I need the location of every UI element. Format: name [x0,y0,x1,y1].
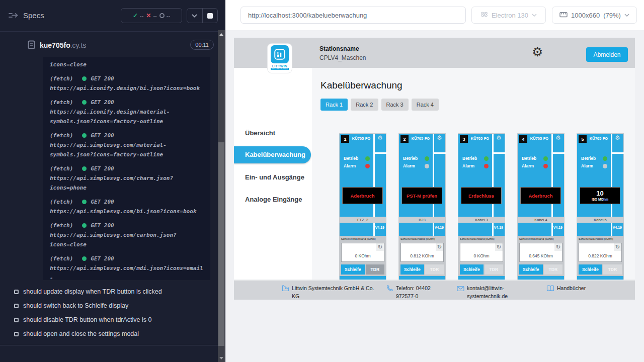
resistance-panel: Schleifenwiderstand [kOhm]↻0 KOhmSchleif… [340,236,386,276]
device-model: KÜ705-FO [528,136,551,141]
check-icon: ✓ [133,12,138,19]
sidebar-item-1[interactable]: Übersicht [234,129,311,138]
schleife-button[interactable]: Schleife [341,264,365,275]
log-entry: (fetch)GET 200https://api.simplesvg.com/… [50,254,204,280]
tab-rack-3[interactable]: Rack 3 [381,99,409,111]
tab-rack-4[interactable]: Rack 4 [412,99,439,111]
log-entry: (fetch)GET 200https://api.simplesvg.com/… [50,164,204,193]
rack-tabs: Rack 1Rack 2Rack 3Rack 4 [320,99,439,111]
app-footer: Littwin Systemtechnik GmbH & Co. KGTelef… [234,280,635,300]
device-model: KÜ705-FO [350,136,373,141]
browser-select[interactable]: Electron 130 [471,7,546,24]
fetch-label: (fetch) [50,221,73,230]
device-number: 3 [460,135,468,143]
resistance-panel: Schleifenwiderstand [kOhm]↻0.812 KOhmSch… [399,236,445,276]
sidebar-item-2[interactable]: Kabelüberwachung [234,146,311,163]
http-status: GET 200 [91,131,114,140]
resistance-value: 0.822 KOhm [579,253,621,258]
led-row-alarm: Alarm [462,163,489,168]
sidebar-item-4[interactable]: Analoge Eingänge [234,195,311,204]
refresh-icon[interactable]: ↻ [376,243,384,251]
device-card: 5KÜ705-FO⚙BetriebAlarm10ISO MOhmKabel 5V… [577,133,624,282]
divider [375,152,387,154]
electron-icon [480,11,488,20]
test-row[interactable]: should disable TDR button when tdrActive… [0,313,218,327]
device-card: 2KÜ705-FO⚙BetriebAlarmPST-M prüfenB23V4.… [398,133,446,282]
collapse-all-button[interactable] [187,9,202,23]
betrieb-label: Betrieb [581,156,596,161]
display-value: 10 [596,190,603,197]
spec-file-icon [28,40,35,51]
cable-name: Kabel 5 [577,217,623,223]
refresh-icon[interactable]: ↻ [554,243,562,251]
status-dot-icon [82,76,87,81]
request-url: https://api.iconify.design/bi.json?icons… [50,83,204,93]
fetch-label: (fetch) [50,164,73,173]
runner-scrollbar[interactable] [218,30,225,362]
schleife-button[interactable]: Schleife [519,264,543,275]
device-cards: 1KÜ705-FO⚙BetriebAlarmAderbruchFTZ_2V4.1… [339,133,624,282]
led-row-betrieb: Betrieb [344,156,370,161]
alarm-label: Alarm [344,163,356,168]
device-settings-icon[interactable]: ⚙ [377,135,383,141]
log-entry: (fetch)GET 200https://api.iconify.design… [50,74,204,93]
firmware-version: V4.19 [375,226,384,229]
refresh-icon[interactable]: ↻ [614,243,621,251]
url-input[interactable]: http://localhost:3000/kabelueberwachung [240,7,466,24]
pending-test-icon [14,332,19,336]
schleife-button[interactable]: Schleife [579,264,602,275]
cable-name: Kabel 3 [458,217,505,223]
led-row-alarm: Alarm [522,163,548,168]
tab-rack-1[interactable]: Rack 1 [320,99,348,111]
scroll-down-button[interactable] [218,354,225,362]
device-settings-icon[interactable]: ⚙ [496,135,502,141]
divider [553,152,565,154]
test-row[interactable]: should open and close the settings modal [0,327,218,341]
led-row-betrieb: Betrieb [581,156,607,161]
stat-passed: ✓-- [133,12,143,19]
footer-item-4[interactable]: Handbücher [546,284,627,294]
firmware-version: V4.19 [553,226,562,229]
specs-menu-icon[interactable] [8,11,19,20]
device-settings-icon[interactable]: ⚙ [615,135,620,141]
test-row[interactable]: should switch back to Schleife display [0,299,218,313]
footer-text: Littwin Systemtechnik GmbH & Co. KG [292,284,377,300]
settings-gear-icon[interactable]: ⚙ [532,46,543,58]
resistance-label: Schleifenwiderstand [kOhm] [341,237,375,240]
scroll-up-button[interactable] [218,30,225,38]
schleife-button[interactable]: Schleife [460,264,484,275]
schleife-button[interactable]: Schleife [400,264,424,275]
resistance-value: 0 KOhm [342,253,384,258]
test-title: should open and close the settings modal [23,330,139,337]
spec-timer: 00:11 [190,40,214,50]
betrieb-label: Betrieb [462,156,477,161]
http-status: GET 200 [91,221,114,230]
tab-rack-2[interactable]: Rack 2 [351,99,378,111]
request-url: https://api.simplesvg.com/charm.json? [50,173,204,183]
logout-button[interactable]: Abmelden [586,47,628,62]
stop-button[interactable] [202,9,218,23]
footer-item-2: Telefon: 04402 972577-0 [386,284,446,300]
device-settings-icon[interactable]: ⚙ [437,135,442,141]
request-url: symbols.json?icons=factory-outline [50,117,204,126]
device-number: 2 [400,135,409,143]
x-icon: ✕ [146,12,151,19]
spec-row[interactable]: kue705fo.cy.ts 00:11 [0,37,218,55]
log-entry: (fetch)GET 200https://api.simplesvg.com/… [50,131,204,159]
test-list: should update display when TDR button is… [0,285,218,341]
refresh-icon[interactable]: ↻ [436,243,443,251]
sidebar-item-3[interactable]: Ein- und Ausgänge [234,173,311,182]
test-row[interactable]: should update display when TDR button is… [0,285,218,299]
led-row-alarm: Alarm [403,163,429,168]
request-url: icons=close [50,240,204,249]
specs-title[interactable]: Specs [23,11,44,20]
device-settings-icon[interactable]: ⚙ [555,135,561,141]
scrollbar-thumb[interactable] [218,142,224,346]
device-card: 3KÜ705-FO⚙BetriebAlarmErdschlussKabel 3V… [458,133,505,282]
tdr-button[interactable]: TDR [366,264,384,275]
station-info: Stationsname CPLV4_Maschen [319,44,366,62]
cable-name: Kabel 4 [518,217,564,223]
viewport-size-select[interactable]: 1000x660 (79%) [552,7,637,24]
led-row-alarm: Alarm [344,163,370,168]
refresh-icon[interactable]: ↻ [495,243,503,251]
